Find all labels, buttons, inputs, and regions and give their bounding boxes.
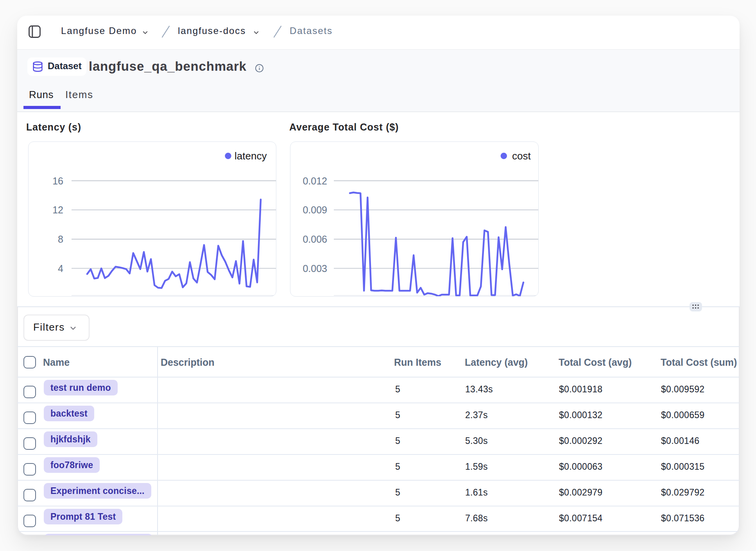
svg-text:0.009: 0.009: [303, 204, 327, 215]
svg-text:0.006: 0.006: [303, 234, 327, 245]
svg-text:4: 4: [58, 263, 63, 274]
svg-text:cost: cost: [512, 150, 531, 162]
svg-text:latency: latency: [235, 150, 267, 162]
svg-text:12: 12: [52, 204, 63, 215]
svg-text:0.012: 0.012: [303, 175, 327, 186]
svg-text:16: 16: [52, 175, 63, 186]
svg-text:8: 8: [58, 234, 63, 245]
svg-text:0.003: 0.003: [303, 263, 327, 274]
